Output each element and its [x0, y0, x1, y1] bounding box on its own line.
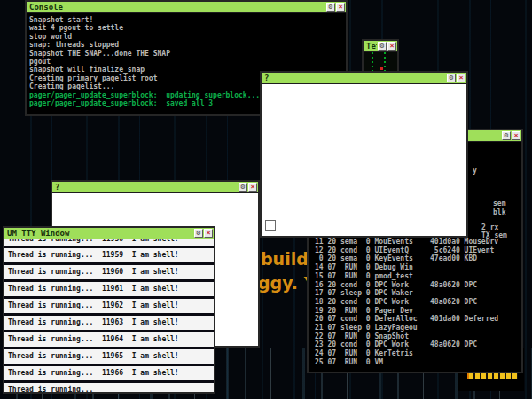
dialog-main-titlebar[interactable]: ? ⚙ ×	[262, 73, 466, 84]
dialog-main-title: ?	[264, 73, 446, 83]
close-icon[interactable]: ×	[336, 3, 345, 12]
tetris-piece	[380, 67, 383, 70]
dialog-left-titlebar[interactable]: ? ⚙ ×	[52, 182, 258, 193]
gear-icon[interactable]: ⚙	[326, 3, 335, 12]
dialog-window-main: ? ⚙ ×	[260, 71, 468, 238]
checkbox[interactable]	[265, 220, 276, 231]
console-log-line: Snapshot THE SNAP...done THE SNAP	[29, 50, 346, 58]
process-row: 19 20 RUN 0 Pager Dev	[315, 307, 498, 316]
um-tty-title: UM TTY Window	[7, 228, 193, 239]
close-icon[interactable]: ×	[512, 131, 520, 140]
close-icon[interactable]: ×	[457, 74, 466, 82]
dialog-left-title: ?	[55, 182, 238, 192]
gear-icon[interactable]: ⚙	[447, 74, 456, 82]
gear-icon[interactable]: ⚙	[378, 42, 387, 51]
process-row: 14 07 RUN 0 Debug Win	[315, 263, 498, 272]
process-row: 22 07 RUN 0 SnapShot	[315, 332, 498, 341]
um-tty-titlebar[interactable]: UM TTY Window ⚙ ×	[4, 228, 214, 239]
tty-log-line: Thread is running... 11961 I am shell!	[4, 282, 214, 296]
gear-icon[interactable]: ⚙	[502, 131, 511, 140]
tetris-title: Tet	[366, 41, 377, 51]
tty-log-line: Thread is running...	[4, 383, 214, 392]
close-icon[interactable]: ×	[248, 183, 257, 192]
process-row: 15 07 RUN 0 pmod_test	[315, 272, 498, 281]
tty-log-line: Thread is running... 11965 I am shell!	[4, 349, 214, 364]
close-icon[interactable]: ×	[387, 42, 396, 51]
process-fragment: blk	[493, 208, 505, 216]
close-icon[interactable]: ×	[204, 229, 213, 238]
console-titlebar[interactable]: Console ⚙ ×	[27, 2, 346, 13]
console-log-line: stop world	[29, 33, 346, 41]
gear-icon[interactable]: ⚙	[239, 183, 247, 192]
tty-log-line: Thread is running... 11963 I am shell!	[4, 316, 214, 330]
process-row: 25 07 RUN 0 VM	[315, 358, 498, 367]
process-row: 24 07 RUN 0 KerTetris	[315, 349, 498, 358]
console-log-line: wait 4 pgout to settle	[29, 24, 346, 32]
process-row: 18 20 cond 0 DPC Work 48a0620 DPC	[315, 298, 498, 307]
process-row: 16 20 cond 0 DPC Work 48a0620 DPC	[315, 281, 498, 290]
process-row: 20 07 cond 0 DeferAlloc 401da00 Deferred	[315, 315, 498, 324]
process-row: 11 20 sema 0 MouEvents 401d0a0 MouseDrv	[315, 238, 498, 246]
dialog-main-body	[262, 84, 466, 236]
um-tty-output: Thread is running... 11958 I am shell! T…	[4, 239, 214, 392]
tty-log-line: Thread is running... 11966 I am shell!	[4, 366, 214, 380]
process-row: 23 20 cond 0 DPC Work 48a0620 DPC	[315, 340, 498, 349]
process-row: 17 07 sleep 0 DPC Waker	[315, 289, 498, 298]
process-row: 21 07 sleep 0 LazyPageou	[315, 324, 498, 332]
console-log-line: snap: threads stopped	[29, 41, 346, 49]
process-row: 0 20 sema 0 KeyEvents 47ead00 KBD	[315, 254, 498, 263]
yellow-bar	[467, 373, 518, 379]
um-tty-window: UM TTY Window ⚙ × Thread is running... 1…	[3, 226, 215, 394]
console-log-line: Snapshot start!	[29, 16, 346, 24]
process-fragment: sem	[493, 200, 505, 207]
console-title: Console	[29, 2, 325, 12]
gear-icon[interactable]: ⚙	[194, 229, 203, 238]
process-row: 12 20 cond 0 UIEventQ 5c6240 UIEvent	[315, 246, 498, 255]
tty-log-line: Thread is running... 11962 I am shell!	[4, 299, 214, 313]
tetris-titlebar[interactable]: Tet ⚙ ×	[364, 41, 397, 52]
tty-log-line: Thread is running... 11964 I am shell!	[4, 332, 214, 347]
tty-log-line: Thread is running... 11959 I am shell!	[4, 248, 214, 262]
process-fragment: 2 rx	[481, 223, 498, 231]
tty-log-line: Thread is running... 11958 I am shell!	[4, 239, 214, 246]
process-fragment: y	[473, 167, 477, 175]
tty-log-line: Thread is running... 11960 I am shell!	[4, 265, 214, 279]
process-rows: 11 20 sema 0 MouEvents 401d0a0 MouseDrv …	[315, 238, 498, 367]
